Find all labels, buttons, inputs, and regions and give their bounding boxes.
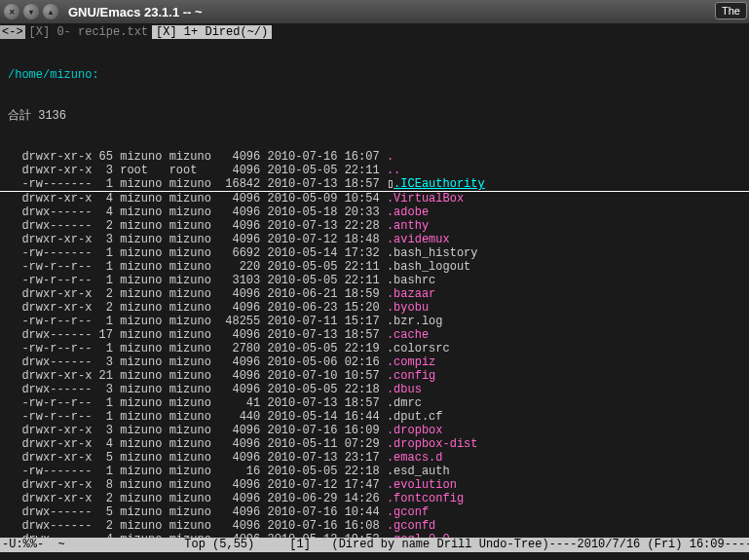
entry-filename[interactable]: .colorsrc — [387, 342, 450, 355]
dired-entry[interactable]: -rw-r--r-- 1 mizuno mizuno 440 2010-05-1… — [0, 410, 749, 424]
dired-entry[interactable]: -rw-r--r-- 1 mizuno mizuno 41 2010-07-13… — [0, 396, 749, 410]
entry-meta: -rw-r--r-- 1 mizuno mizuno 220 2010-05-0… — [8, 260, 387, 274]
dired-entry[interactable]: drwxr-xr-x 2 mizuno mizuno 4096 2010-06-… — [0, 287, 749, 301]
editor-buffer[interactable]: /home/mizuno: 合計 3136 drwxr-xr-x 65 mizu… — [0, 41, 749, 538]
dired-entry[interactable]: drwx------ 2 mizuno mizuno 4096 2010-07-… — [0, 219, 749, 233]
entry-meta: drwx------ 2 mizuno mizuno 4096 2010-07-… — [8, 519, 387, 533]
entry-meta: -rw------- 1 mizuno mizuno 16 2010-05-05… — [8, 465, 387, 478]
entry-meta: drwxr-xr-x 21 mizuno mizuno 4096 2010-07… — [8, 369, 387, 383]
tab-bar: <-> [X] 0- recipe.txt [X] 1+ Dired(~/) — [0, 23, 749, 41]
entry-filename[interactable]: .anthy — [387, 219, 429, 233]
entry-meta: drwxr-xr-x 3 mizuno mizuno 4096 2010-07-… — [8, 233, 387, 246]
entry-filename[interactable]: .fontconfig — [387, 492, 464, 505]
dired-entry[interactable]: -rw-r--r-- 1 mizuno mizuno 2780 2010-05-… — [0, 342, 749, 355]
dired-entry[interactable]: drwxr-xr-x 2 mizuno mizuno 4096 2010-06-… — [0, 301, 749, 315]
entry-filename[interactable]: .config — [387, 369, 435, 383]
dired-entry[interactable]: drwxr-xr-x 3 mizuno mizuno 4096 2010-07-… — [0, 233, 749, 246]
dired-entry[interactable]: drwx------ 2 mizuno mizuno 4096 2010-07-… — [0, 519, 749, 533]
tab-dired[interactable]: [X] 1+ Dired(~/) — [152, 25, 272, 39]
dired-entry[interactable]: drwxr-xr-x 8 mizuno mizuno 4096 2010-07-… — [0, 478, 749, 492]
entry-meta: drwx------ 17 mizuno mizuno 4096 2010-07… — [8, 328, 387, 342]
dired-entry[interactable]: -rw------- 1 mizuno mizuno 16842 2010-07… — [0, 177, 749, 192]
entry-meta: drwxr-xr-x 65 mizuno mizuno 4096 2010-07… — [8, 150, 387, 164]
entry-meta: drwxr-xr-x 4 mizuno mizuno 4096 2010-05-… — [8, 437, 387, 451]
entry-filename[interactable]: .gconfd — [387, 519, 435, 533]
dired-entry[interactable]: drwxr-xr-x 65 mizuno mizuno 4096 2010-07… — [0, 150, 749, 164]
dired-entry[interactable]: drwx------ 3 mizuno mizuno 4096 2010-05-… — [0, 383, 749, 396]
entry-meta: drwx------ 3 mizuno mizuno 4096 2010-05-… — [8, 355, 387, 369]
dired-entry[interactable]: drwx------ 5 mizuno mizuno 4096 2010-07-… — [0, 505, 749, 519]
titlebar: ✕ ▾ ▴ GNU/Emacs 23.1.1 -- ~ — [0, 0, 749, 23]
entry-filename[interactable]: .bash_history — [387, 246, 478, 260]
window-title: GNU/Emacs 23.1.1 -- ~ — [68, 5, 203, 19]
entry-meta: drwx------ 3 mizuno mizuno 4096 2010-05-… — [8, 383, 387, 396]
entry-filename[interactable]: .gconf — [387, 505, 429, 519]
entry-filename[interactable]: .emacs.d — [387, 451, 443, 465]
dired-entry[interactable]: drwx------ 3 mizuno mizuno 4096 2010-05-… — [0, 355, 749, 369]
entry-filename[interactable]: .bzr.log — [387, 315, 443, 328]
entry-meta: -rw------- 1 mizuno mizuno 6692 2010-05-… — [8, 246, 387, 260]
entry-filename[interactable]: .avidemux — [387, 233, 450, 246]
entry-meta: -rw-r--r-- 1 mizuno mizuno 41 2010-07-13… — [8, 396, 387, 410]
entry-meta: drwx------ 2 mizuno mizuno 4096 2010-07-… — [8, 219, 387, 233]
entry-meta: -rw-r--r-- 1 mizuno mizuno 440 2010-05-1… — [8, 410, 387, 424]
dired-entry[interactable]: -rw-r--r-- 1 mizuno mizuno 48255 2010-07… — [0, 315, 749, 328]
entry-meta: drwx------ 5 mizuno mizuno 4096 2010-07-… — [8, 505, 387, 519]
corner-button[interactable]: The — [715, 2, 747, 19]
maximize-window-button[interactable]: ▴ — [43, 4, 58, 19]
dired-total: 合計 3136 — [0, 109, 749, 123]
dired-entry[interactable]: drwxr-xr-x 5 mizuno mizuno 4096 2010-07-… — [0, 451, 749, 465]
close-window-button[interactable]: ✕ — [4, 4, 19, 19]
entry-meta: -rw-r--r-- 1 mizuno mizuno 48255 2010-07… — [8, 315, 387, 328]
minimize-window-button[interactable]: ▾ — [23, 4, 39, 19]
entry-meta: -rw-r--r-- 1 mizuno mizuno 2780 2010-05-… — [8, 342, 387, 355]
entry-filename[interactable]: .. — [387, 164, 400, 177]
entry-filename[interactable]: .dropbox-dist — [387, 437, 478, 451]
dired-entry[interactable]: drwxr-xr-x 3 mizuno mizuno 4096 2010-07-… — [0, 424, 749, 437]
entry-meta: drwxr-xr-x 5 mizuno mizuno 4096 2010-07-… — [8, 451, 387, 465]
entry-filename[interactable]: .evolution — [387, 478, 457, 492]
entry-filename[interactable]: .cache — [387, 328, 429, 342]
entry-meta: drwxr-xr-x 8 mizuno mizuno 4096 2010-07-… — [8, 478, 387, 492]
entry-meta: -rw------- 1 mizuno mizuno 16842 2010-07… — [8, 177, 387, 191]
dired-entry[interactable]: drwx------ 4 mizuno mizuno 4096 2010-05-… — [0, 205, 749, 219]
dired-entry[interactable]: drwxr-xr-x 21 mizuno mizuno 4096 2010-07… — [0, 369, 749, 383]
entry-filename[interactable]: .VirtualBox — [387, 192, 464, 205]
entry-filename[interactable]: .compiz — [387, 355, 435, 369]
minibuffer[interactable] — [0, 552, 749, 560]
entry-filename[interactable]: .dmrc — [387, 396, 422, 410]
dired-entry[interactable]: drwx------ 17 mizuno mizuno 4096 2010-07… — [0, 328, 749, 342]
entry-filename[interactable]: .bashrc — [387, 274, 435, 287]
dired-entry[interactable]: -rw------- 1 mizuno mizuno 16 2010-05-05… — [0, 465, 749, 478]
dired-path: /home/mizuno: — [0, 68, 749, 82]
entry-filename[interactable]: .dput.cf — [387, 410, 443, 424]
window-controls: ✕ ▾ ▴ — [4, 4, 58, 19]
dired-entry[interactable]: drwxr-xr-x 4 mizuno mizuno 4096 2010-05-… — [0, 437, 749, 451]
tab-recipe[interactable]: [X] 0- recipe.txt — [25, 25, 152, 39]
entry-filename[interactable]: .byobu — [387, 301, 429, 315]
entry-filename[interactable]: .esd_auth — [387, 465, 450, 478]
entry-filename[interactable]: .bazaar — [387, 287, 435, 301]
entry-meta: drwxr-xr-x 3 mizuno mizuno 4096 2010-07-… — [8, 424, 387, 437]
mode-line: -U:%%- ~ Top (5,55) [1] (Dired by name D… — [0, 538, 749, 552]
entry-meta: drwxr-xr-x 2 mizuno mizuno 4096 2010-06-… — [8, 287, 387, 301]
entry-filename[interactable]: .adobe — [387, 205, 429, 219]
entry-filename[interactable]: .ICEauthority — [393, 177, 485, 191]
dired-entry[interactable]: -rw-r--r-- 1 mizuno mizuno 3103 2010-05-… — [0, 274, 749, 287]
dired-entry[interactable]: -rw------- 1 mizuno mizuno 6692 2010-05-… — [0, 246, 749, 260]
entry-filename[interactable]: .dropbox — [387, 424, 443, 437]
entry-meta: drwx------ 4 mizuno mizuno 4096 2010-05-… — [8, 205, 387, 219]
entry-meta: drwxr-xr-x 3 root root 4096 2010-05-05 2… — [8, 164, 387, 177]
entry-meta: drwxr-xr-x 2 mizuno mizuno 4096 2010-06-… — [8, 301, 387, 315]
entry-meta: drwxr-xr-x 4 mizuno mizuno 4096 2010-05-… — [8, 192, 387, 205]
entry-meta: drwxr-xr-x 2 mizuno mizuno 4096 2010-06-… — [8, 492, 387, 505]
entry-filename[interactable]: .bash_logout — [387, 260, 470, 274]
dired-entry[interactable]: drwxr-xr-x 2 mizuno mizuno 4096 2010-06-… — [0, 492, 749, 505]
entry-meta: -rw-r--r-- 1 mizuno mizuno 3103 2010-05-… — [8, 274, 387, 287]
entry-filename[interactable]: . — [387, 150, 393, 164]
entry-filename[interactable]: .dbus — [387, 383, 422, 396]
dired-entry[interactable]: -rw-r--r-- 1 mizuno mizuno 220 2010-05-0… — [0, 260, 749, 274]
tab-nav-arrows[interactable]: <-> — [0, 25, 25, 39]
dired-entry[interactable]: drwxr-xr-x 3 root root 4096 2010-05-05 2… — [0, 164, 749, 177]
dired-entry[interactable]: drwxr-xr-x 4 mizuno mizuno 4096 2010-05-… — [0, 192, 749, 205]
